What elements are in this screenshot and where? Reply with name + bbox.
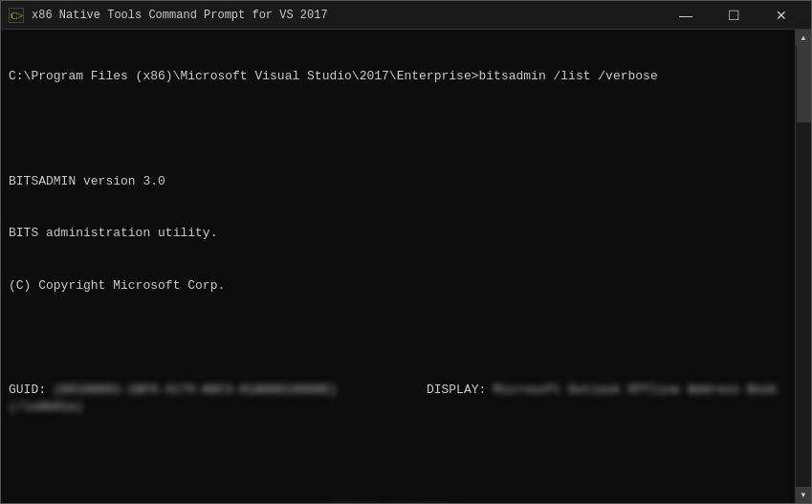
- admin-util-line: BITS administration utility.: [9, 225, 787, 242]
- content-area: C:\Program Files (x86)\Microsoft Visual …: [1, 30, 811, 503]
- title-bar: C> x86 Native Tools Command Prompt for V…: [1, 1, 811, 30]
- scroll-track[interactable]: [796, 46, 811, 487]
- blank-line-2: [9, 329, 787, 346]
- scrollbar[interactable]: ▲ ▼: [795, 30, 811, 503]
- close-button[interactable]: ✕: [759, 1, 803, 30]
- blank-line-1: [9, 121, 787, 138]
- cmd-icon: C>: [9, 8, 24, 23]
- guid-value: ​{00100001-1BF6-4175-A8C3-01A00010000E}: [54, 383, 337, 397]
- svg-text:C>: C>: [11, 10, 23, 21]
- minimize-button[interactable]: —: [664, 1, 708, 30]
- blank-line-3: [9, 451, 787, 469]
- title-bar-left: C> x86 Native Tools Command Prompt for V…: [9, 8, 328, 23]
- window: C> x86 Native Tools Command Prompt for V…: [0, 0, 812, 504]
- guid-line: GUID: ​{00100001-1BF6-4175-A8C3-01A00010…: [9, 382, 787, 416]
- title-bar-controls: — ☐ ✕: [664, 1, 803, 30]
- scroll-up-arrow[interactable]: ▲: [796, 30, 812, 46]
- version-line: BITSADMIN version 3.0: [9, 173, 787, 190]
- scroll-thumb[interactable]: [797, 46, 811, 122]
- copyright-line: (C) Copyright Microsoft Corp.: [9, 277, 787, 295]
- prompt-line: C:\Program Files (x86)\Microsoft Visual …: [9, 68, 787, 85]
- maximize-button[interactable]: ☐: [712, 1, 756, 30]
- scroll-down-arrow[interactable]: ▼: [796, 487, 812, 503]
- title-bar-title: x86 Native Tools Command Prompt for VS 2…: [32, 9, 328, 22]
- terminal-output[interactable]: C:\Program Files (x86)\Microsoft Visual …: [1, 30, 795, 503]
